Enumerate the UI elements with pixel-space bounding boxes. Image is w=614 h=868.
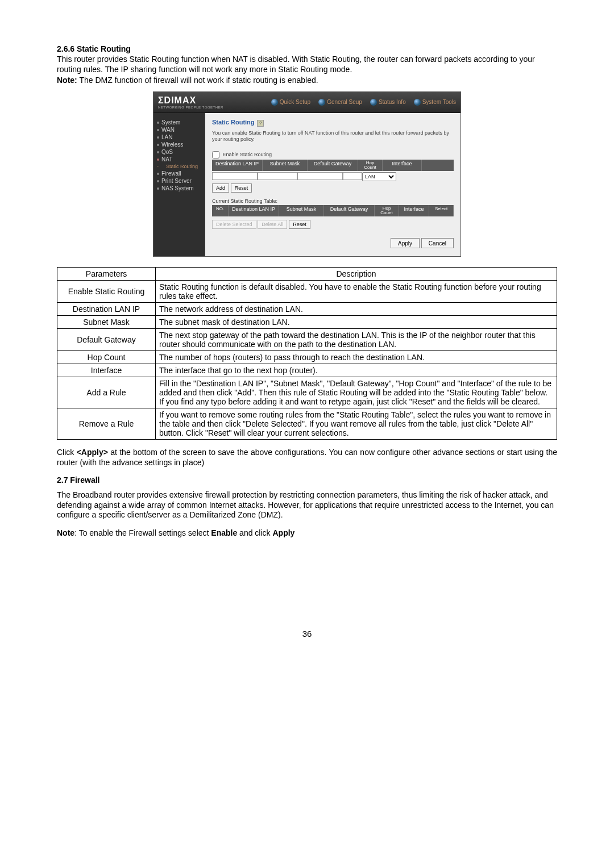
router-screenshot: ΣDIMAX NETWORKING PEOPLE TOGETHER Quick … (153, 91, 461, 257)
table-row: Destination LAN IPThe network address of… (57, 303, 557, 316)
hop-count-input[interactable] (343, 172, 362, 180)
input-header-row: Destination LAN IP Subnet Mask Default G… (212, 160, 454, 171)
hdr-hop-count: Hop Count (375, 205, 399, 216)
globe-icon (318, 99, 325, 106)
help-icon[interactable]: ? (257, 120, 264, 127)
hdr-subnet-mask: Subnet Mask (279, 205, 324, 216)
globe-icon (414, 99, 421, 106)
default-gateway-input[interactable] (297, 172, 343, 180)
reset-table-button[interactable]: Reset (289, 220, 310, 229)
hdr-default-gateway: Default Gateway (308, 160, 358, 171)
hdr-interface: Interface (383, 160, 422, 171)
section-heading-firewall: 2.7 Firewall (57, 475, 557, 485)
sidebar-item-print-server[interactable]: Print Server (157, 177, 201, 185)
enable-static-routing-label[interactable]: Enable Static Routing (212, 152, 272, 157)
apply-instruction: Click <Apply> at the bottom of the scree… (57, 448, 557, 468)
parameters-table: Parameters Description Enable Static Rou… (57, 267, 557, 440)
params-header-parameters: Parameters (57, 268, 156, 281)
interface-select[interactable]: LAN (362, 172, 396, 181)
hdr-select: Select (429, 205, 454, 216)
router-logo: ΣDIMAX (158, 95, 223, 106)
subnet-mask-input[interactable] (258, 172, 297, 180)
table-row: Hop CountThe number of hops (routers) to… (57, 351, 557, 364)
section2-note: Note: To enable the Firewall settings se… (57, 528, 557, 539)
hdr-no: NO. (212, 205, 229, 216)
hdr-destination-lan-ip: Destination LAN IP (229, 205, 279, 216)
sidebar-item-system[interactable]: System (157, 119, 201, 126)
hdr-subnet-mask: Subnet Mask (263, 160, 308, 171)
table-row: InterfaceThe interface that go to the ne… (57, 364, 557, 377)
nav-quick-setup[interactable]: Quick Setup (271, 99, 310, 106)
cancel-button[interactable]: Cancel (421, 238, 454, 248)
input-row: LAN (212, 172, 454, 181)
router-top-nav: Quick Setup General Seup Status Info Sys… (271, 99, 456, 106)
table-row: Enable Static RoutingStatic Routing func… (57, 281, 557, 303)
sidebar-item-firewall[interactable]: Firewall (157, 170, 201, 177)
sidebar-item-nat[interactable]: NAT (157, 156, 201, 163)
section2-para: The Broadband router provides extensive … (57, 490, 557, 520)
routing-table-header: NO. Destination LAN IP Subnet Mask Defau… (212, 205, 454, 216)
sidebar-item-static-routing[interactable]: Static Routing (157, 163, 201, 170)
reset-button[interactable]: Reset (231, 183, 252, 193)
delete-selected-button[interactable]: Delete Selected (212, 220, 256, 229)
section-heading-static-routing: 2.6.6 Static Routing (57, 44, 557, 53)
nav-status-info[interactable]: Status Info (370, 99, 406, 106)
router-logo-tagline: NETWORKING PEOPLE TOGETHER (158, 106, 223, 109)
table-row: Subnet MaskThe subnet mask of destinatio… (57, 316, 557, 329)
router-header: ΣDIMAX NETWORKING PEOPLE TOGETHER Quick … (154, 92, 460, 113)
hdr-default-gateway: Default Gateway (324, 205, 375, 216)
section1-note: Note: The DMZ function of firewall will … (57, 76, 557, 86)
sidebar-item-qos[interactable]: QoS (157, 148, 201, 156)
panel-description: You can enable Static Routing to turn of… (212, 130, 454, 143)
router-main-panel: Static Routing ? You can enable Static R… (205, 113, 460, 257)
globe-icon (271, 99, 278, 106)
globe-icon (370, 99, 377, 106)
params-header-description: Description (156, 268, 557, 281)
delete-all-button[interactable]: Delete All (258, 220, 287, 229)
apply-button[interactable]: Apply (391, 238, 420, 248)
enable-static-routing-checkbox[interactable] (212, 151, 219, 158)
page-number: 36 (57, 629, 557, 639)
destination-lan-ip-input[interactable] (212, 172, 258, 180)
sidebar-item-wireless[interactable]: Wireless (157, 141, 201, 148)
note-label: Note: (57, 76, 77, 85)
routing-table-caption: Current Static Routing Table: (212, 198, 454, 204)
hdr-interface: Interface (399, 205, 429, 216)
table-row: Add a RuleFill in the "Destination LAN I… (57, 377, 557, 408)
nav-general-setup[interactable]: General Seup (318, 99, 362, 106)
router-sidebar: System WAN LAN Wireless QoS NAT Static R… (154, 113, 205, 257)
add-button[interactable]: Add (212, 183, 229, 193)
note-text: The DMZ function of firewall will not wo… (77, 76, 318, 85)
table-row: Remove a RuleIf you want to remove some … (57, 408, 557, 440)
sidebar-item-wan[interactable]: WAN (157, 126, 201, 133)
sidebar-item-nas-system[interactable]: NAS System (157, 185, 201, 192)
section1-para: This router provides Static Routing func… (57, 55, 557, 74)
panel-title: Static Routing (212, 119, 255, 126)
nav-system-tools[interactable]: System Tools (414, 99, 456, 106)
hdr-destination-lan-ip: Destination LAN IP (212, 160, 263, 171)
hdr-hop-count: Hop Count (358, 160, 383, 171)
sidebar-item-lan[interactable]: LAN (157, 133, 201, 141)
table-row: Default GatewayThe next stop gateway of … (57, 329, 557, 351)
